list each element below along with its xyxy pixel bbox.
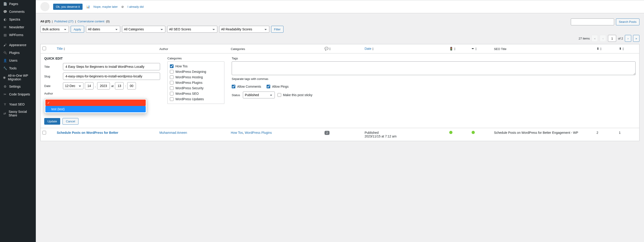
pagination-top: 27 items « ‹ of 2 › » bbox=[40, 35, 640, 42]
select-all-checkbox[interactable] bbox=[42, 47, 46, 50]
post-category-link[interactable]: How Tos bbox=[231, 131, 243, 134]
category-checkbox[interactable]: How Tos bbox=[170, 64, 222, 69]
sort-icon: ▲▼ bbox=[475, 47, 477, 51]
comment-icon: 💬 bbox=[3, 9, 7, 14]
row-checkbox[interactable] bbox=[42, 131, 46, 134]
plugin-icon: 🔌 bbox=[3, 51, 7, 55]
column-date[interactable]: Date bbox=[365, 47, 372, 51]
sidebar-item-pages[interactable]: 📄Pages bbox=[0, 0, 36, 8]
categories-heading: Categories bbox=[168, 57, 224, 60]
slug-label: Slug bbox=[44, 75, 60, 78]
filter-toolbar: Bulk actions Apply All dates All Categor… bbox=[40, 26, 640, 33]
title-input[interactable] bbox=[63, 63, 160, 70]
wpforms-icon: ▤ bbox=[3, 33, 7, 37]
author-dropdown[interactable]: test (test) bbox=[44, 98, 147, 113]
slug-input[interactable] bbox=[63, 73, 160, 80]
seo-score-dot bbox=[472, 131, 475, 134]
category-checkbox[interactable]: WordPress Updates bbox=[170, 96, 222, 102]
sidebar-item-newsletter[interactable]: ✉Newsletter bbox=[0, 23, 36, 31]
filter-all[interactable]: All (27) bbox=[40, 20, 50, 23]
sidebar-item-code-snippets[interactable]: ✂Code Snippets bbox=[0, 90, 36, 98]
chart-icon: 📊 bbox=[86, 5, 90, 9]
first-page-button[interactable]: « bbox=[592, 35, 598, 42]
sidebar-item-settings[interactable]: ⚙Settings bbox=[0, 83, 36, 90]
seo-icon: ✒ bbox=[472, 47, 474, 51]
items-count: 27 items bbox=[578, 37, 590, 40]
category-list: How TosWordPress DesigningWordPress Host… bbox=[168, 61, 224, 104]
appearance-icon: 🖌 bbox=[3, 43, 7, 47]
of-pages-text: of 2 bbox=[618, 37, 623, 40]
sidebar-item-appearance[interactable]: 🖌Appearance bbox=[0, 41, 36, 49]
allow-pings-checkbox[interactable]: Allow Pings bbox=[266, 85, 288, 88]
column-title[interactable]: Title bbox=[57, 47, 63, 51]
filter-cornerstone[interactable]: Cornerstone content bbox=[78, 20, 104, 23]
cancel-button[interactable]: Cancel bbox=[62, 118, 78, 125]
main-content: Ok, you deserve it 📊 Nope, maybe later ⊘… bbox=[36, 0, 644, 242]
sidebar-item-comments[interactable]: 💬Comments bbox=[0, 8, 36, 16]
filter-published[interactable]: Published (27) bbox=[54, 20, 74, 23]
code-icon: ✂ bbox=[3, 92, 7, 97]
nope-later-link[interactable]: Nope, maybe later bbox=[94, 5, 118, 9]
year-input[interactable] bbox=[97, 82, 110, 90]
filter-button[interactable]: Filter bbox=[271, 26, 284, 33]
search-posts-button[interactable]: Search Posts bbox=[616, 19, 640, 25]
sidebar-item-yoast[interactable]: YYoast SEO bbox=[0, 100, 36, 108]
bulk-actions-select[interactable]: Bulk actions bbox=[40, 26, 69, 33]
page-number-input[interactable] bbox=[608, 35, 616, 42]
category-filter-select[interactable]: All Categories bbox=[122, 26, 165, 33]
category-checkbox[interactable]: WordPress Hosting bbox=[170, 74, 222, 80]
post-status: Published bbox=[365, 131, 446, 134]
seo-score-filter-select[interactable]: All SEO Scores bbox=[167, 26, 217, 33]
tags-hint: Separate tags with commas bbox=[232, 77, 636, 81]
next-page-button[interactable]: › bbox=[625, 35, 631, 42]
sidebar-item-wpforms[interactable]: ▤WPForms bbox=[0, 31, 36, 39]
yoast-icon: Y bbox=[3, 102, 7, 107]
title-label: Title bbox=[44, 65, 60, 69]
ok-deserve-button[interactable]: Ok, you deserve it bbox=[53, 4, 82, 10]
search-input[interactable] bbox=[571, 19, 614, 25]
sidebar-item-migration[interactable]: ◉All-in-One WP Migration bbox=[0, 72, 36, 83]
sticky-checkbox[interactable]: Make this post sticky bbox=[278, 93, 312, 97]
comment-count-badge[interactable]: 2 bbox=[324, 131, 330, 135]
post-category-link[interactable]: WordPress Plugins bbox=[245, 131, 272, 134]
tags-input[interactable] bbox=[232, 61, 636, 75]
already-did-link[interactable]: I already did bbox=[128, 5, 144, 9]
category-checkbox[interactable]: WordPress Security bbox=[170, 85, 222, 91]
quick-edit-row: QUICK EDIT Title Slug bbox=[40, 53, 640, 128]
prev-page-button[interactable]: ‹ bbox=[600, 35, 606, 42]
author-option-test[interactable]: test (test) bbox=[46, 106, 146, 112]
author-option-selected[interactable] bbox=[46, 100, 146, 106]
day-input[interactable] bbox=[85, 82, 94, 90]
date-filter-select[interactable]: All dates bbox=[86, 26, 120, 33]
posts-table: Title▲▼ Author Categories 💬▲▼ Date▲▼ 🚦▲▼… bbox=[40, 44, 640, 141]
status-filter-links: All (27) | Published (27) | Cornerstone … bbox=[40, 20, 110, 23]
readability-score-dot bbox=[449, 131, 452, 134]
quick-edit-heading: QUICK EDIT bbox=[44, 57, 160, 60]
post-title-link[interactable]: Schedule Posts on WordPress for Better bbox=[57, 131, 118, 134]
category-checkbox[interactable]: WordPress SEO bbox=[170, 91, 222, 96]
apply-button[interactable]: Apply bbox=[71, 26, 84, 33]
sidebar-item-sassy[interactable]: ⇄Sassy Social Share bbox=[0, 108, 36, 119]
status-select[interactable]: Published bbox=[243, 92, 275, 98]
update-button[interactable]: Update bbox=[44, 118, 60, 125]
sort-icon: ▲▼ bbox=[372, 47, 374, 51]
readability-filter-select[interactable]: All Readability Scores bbox=[219, 26, 269, 33]
sidebar-item-tools[interactable]: 🔧Tools bbox=[0, 64, 36, 72]
users-icon: 👤 bbox=[3, 58, 7, 63]
comments-icon: 💬 bbox=[324, 47, 328, 51]
tools-icon: 🔧 bbox=[3, 66, 7, 71]
last-page-button[interactable]: » bbox=[633, 35, 640, 42]
author-label: Author bbox=[44, 92, 60, 95]
hour-input[interactable] bbox=[115, 82, 124, 90]
sidebar-item-users[interactable]: 👤Users bbox=[0, 57, 36, 64]
sidebar-item-spectra[interactable]: ◐Spectra bbox=[0, 16, 36, 23]
allow-comments-checkbox[interactable]: Allow Comments bbox=[232, 85, 261, 88]
sidebar-item-plugins[interactable]: 🔌Plugins bbox=[0, 49, 36, 57]
month-select[interactable]: 12-Dec bbox=[63, 82, 84, 89]
incoming-links-count: 2 bbox=[596, 131, 598, 134]
post-author-link[interactable]: Muhammad Ameen bbox=[160, 131, 187, 134]
plugin-logo bbox=[40, 2, 50, 11]
category-checkbox[interactable]: WordPress Plugins bbox=[170, 80, 222, 85]
minute-input[interactable] bbox=[127, 82, 136, 90]
category-checkbox[interactable]: WordPress Designing bbox=[170, 69, 222, 74]
